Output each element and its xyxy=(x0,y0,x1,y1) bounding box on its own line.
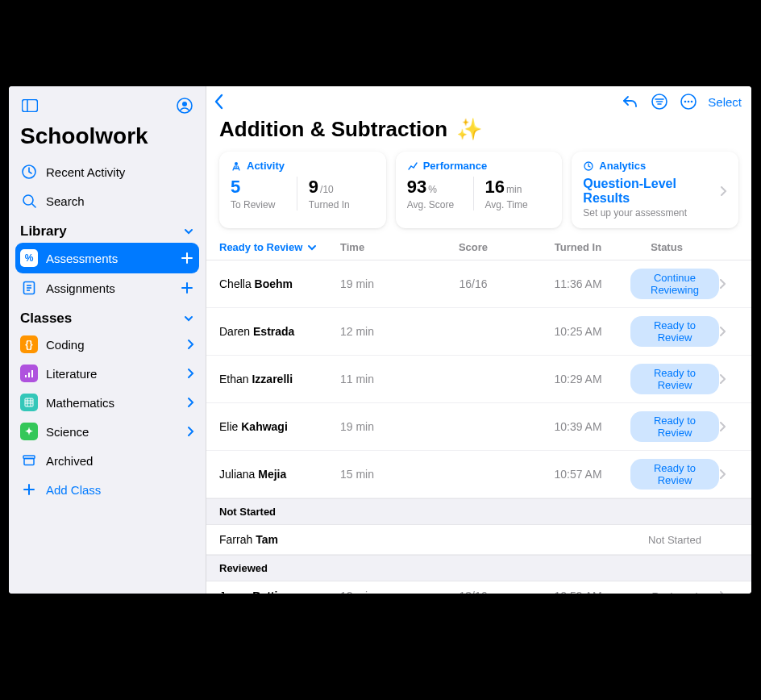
chevron-right-icon xyxy=(186,397,194,408)
cell-status: Ready to Review xyxy=(630,459,719,490)
plus-icon[interactable] xyxy=(180,281,194,295)
sidebar-item-literature[interactable]: Literature xyxy=(9,359,206,388)
class-icon: ✦ xyxy=(20,423,38,440)
sidebar-section-classes[interactable]: Classes xyxy=(9,302,206,330)
table-row[interactable]: Ethan Izzarelli11 min10:29 AMReady to Re… xyxy=(206,356,751,403)
filter-button[interactable] xyxy=(651,94,667,110)
cell-status: Reviewed xyxy=(630,590,719,594)
card-activity[interactable]: Activity 5 To Review 9 /10 Turned In xyxy=(219,152,386,228)
class-icon: {} xyxy=(20,335,38,353)
account-icon[interactable] xyxy=(175,96,194,115)
status-pill[interactable]: Continue Reviewing xyxy=(630,269,719,299)
cell-status: Not Started xyxy=(630,533,719,546)
student-name: Jason Bettinger xyxy=(219,590,340,594)
table-row[interactable]: Daren Estrada12 min10:25 AMReady to Revi… xyxy=(206,308,751,356)
table-row[interactable]: Juliana Mejia15 min10:57 AMReady to Revi… xyxy=(206,451,751,498)
more-button[interactable] xyxy=(680,94,697,110)
cell-time: 12 min xyxy=(340,325,421,338)
turned-in-total: /10 xyxy=(320,184,334,195)
student-name: Ethan Izzarelli xyxy=(219,373,340,385)
chevron-down-icon xyxy=(183,313,194,324)
svg-rect-14 xyxy=(25,398,33,406)
avg-time-value: 16 min xyxy=(485,177,551,198)
student-name: Juliana Mejia xyxy=(219,468,340,481)
cell-turned-in: 10:57 AM xyxy=(526,468,630,481)
sidebar-item-assignments[interactable]: Assignments xyxy=(9,273,206,302)
clock-icon xyxy=(20,163,38,181)
back-button[interactable] xyxy=(213,93,226,110)
student-name: Farrah Tam xyxy=(219,533,340,546)
card-analytics[interactable]: Analytics Question-Level Results Set up … xyxy=(572,152,738,228)
sidebar-section-library[interactable]: Library xyxy=(9,215,206,243)
sidebar-item-recent-activity[interactable]: Recent Activity xyxy=(9,157,206,186)
status-pill[interactable]: Ready to Review xyxy=(630,411,719,442)
chevron-right-icon xyxy=(719,422,738,431)
svg-rect-0 xyxy=(23,100,38,112)
student-name: Chella Boehm xyxy=(219,277,340,290)
cell-turned-in: 10:39 AM xyxy=(526,420,630,433)
sidebar-item-label: Science xyxy=(46,425,89,439)
chevron-right-icon xyxy=(719,591,738,594)
group-header-not-started: Not Started xyxy=(206,498,751,525)
sidebar-item-add-class[interactable]: Add Class xyxy=(9,475,206,504)
cell-time: 19 min xyxy=(340,420,421,433)
chevron-right-icon xyxy=(186,368,194,379)
chevron-right-icon xyxy=(719,469,738,479)
card-performance[interactable]: Performance 93 % Avg. Score 16 min xyxy=(396,152,563,228)
chevron-right-icon xyxy=(186,426,194,437)
sidebar-toggle-icon[interactable] xyxy=(20,96,40,115)
group-header-reviewed: Reviewed xyxy=(206,555,751,581)
svg-rect-20 xyxy=(24,459,34,465)
sidebar-item-mathematics[interactable]: Mathematics xyxy=(9,388,206,417)
sidebar-item-label: Mathematics xyxy=(46,396,114,410)
archive-icon xyxy=(20,452,38,469)
svg-rect-13 xyxy=(31,370,33,377)
sidebar-item-assessments[interactable]: % Assessments xyxy=(15,243,199,273)
chevron-right-icon xyxy=(719,374,738,384)
svg-point-27 xyxy=(688,101,690,103)
avg-time-label: Avg. Time xyxy=(485,199,551,210)
table-row[interactable]: Chella Boehm19 min16/1611:36 AMContinue … xyxy=(206,260,751,308)
analytics-subtitle: Set up your assessment xyxy=(583,207,727,219)
col-score[interactable]: Score xyxy=(421,241,526,253)
section-label: Classes xyxy=(20,310,72,327)
turned-in-label: Turned In xyxy=(309,199,375,210)
analytics-icon xyxy=(583,160,594,172)
status-pill[interactable]: Ready to Review xyxy=(630,459,719,490)
cell-time: 15 min xyxy=(340,468,421,481)
status-pill[interactable]: Ready to Review xyxy=(630,316,719,347)
sidebar-item-coding[interactable]: {} Coding xyxy=(9,330,206,359)
student-name: Daren Estrada xyxy=(219,325,340,338)
status-pill[interactable]: Ready to Review xyxy=(630,364,719,394)
status-text: Not Started xyxy=(648,534,701,546)
cell-turned-in: 11:36 AM xyxy=(526,277,630,290)
col-time[interactable]: Time xyxy=(340,241,421,253)
sidebar-item-label: Assessments xyxy=(46,252,118,265)
table-row[interactable]: Elie Kahwagi19 min10:39 AMReady to Revie… xyxy=(206,403,751,451)
sidebar-item-label: Recent Activity xyxy=(46,165,125,179)
search-icon xyxy=(20,192,38,210)
plus-icon[interactable] xyxy=(180,251,194,265)
table-row[interactable]: Farrah TamNot Started xyxy=(206,525,751,555)
table-row[interactable]: Jason Bettinger12 min13/1610:59 AMReview… xyxy=(206,581,751,594)
select-button[interactable]: Select xyxy=(708,95,742,109)
percent-icon: % xyxy=(20,249,38,267)
sidebar-item-label: Archived xyxy=(46,454,93,468)
status-text: Reviewed xyxy=(651,590,697,594)
col-status[interactable]: Status xyxy=(630,241,719,253)
undo-button[interactable] xyxy=(622,94,638,109)
sort-header[interactable]: Ready to Review xyxy=(219,241,340,253)
col-turned-in[interactable]: Turned In xyxy=(526,241,630,253)
cell-status: Ready to Review xyxy=(630,364,719,394)
person-icon xyxy=(231,160,242,172)
chevron-right-icon xyxy=(186,339,194,350)
sidebar-item-archived[interactable]: Archived xyxy=(9,446,206,475)
table-body: Chella Boehm19 min16/1611:36 AMContinue … xyxy=(206,260,751,594)
avg-time-unit: min xyxy=(506,184,522,195)
plus-icon xyxy=(20,481,38,498)
sidebar-item-science[interactable]: ✦ Science xyxy=(9,417,206,446)
turned-in-value: 9 /10 xyxy=(309,177,375,198)
to-review-label: To Review xyxy=(231,199,297,210)
page-title: Addition & Subtraction ✨ xyxy=(206,112,751,152)
sidebar-item-search[interactable]: Search xyxy=(9,186,206,215)
